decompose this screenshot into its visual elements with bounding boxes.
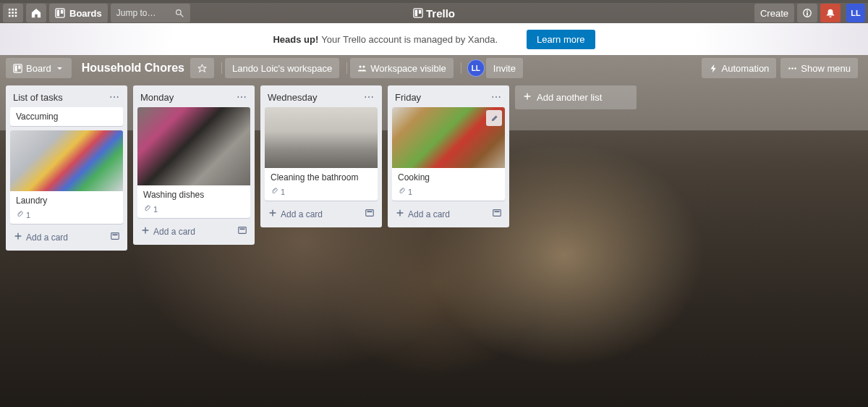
- attachment-icon: [271, 187, 281, 196]
- svg-rect-35: [495, 211, 500, 212]
- add-card-button[interactable]: Add a card: [392, 205, 505, 223]
- list-header[interactable]: List of tasks⋯: [10, 90, 123, 107]
- svg-point-26: [792, 67, 793, 69]
- home-icon[interactable]: [26, 4, 46, 22]
- edit-card-icon[interactable]: [486, 110, 502, 126]
- add-card-label: Add a card: [281, 209, 323, 219]
- notification-icon[interactable]: [820, 4, 841, 22]
- card[interactable]: Laundry1: [10, 130, 123, 224]
- board-view-button[interactable]: Board: [6, 58, 72, 78]
- learn-more-button[interactable]: Learn more: [527, 30, 595, 49]
- svg-rect-32: [366, 210, 374, 217]
- add-card-button[interactable]: Add a card: [265, 205, 378, 223]
- list-menu-icon[interactable]: ⋯: [109, 91, 120, 103]
- list-header[interactable]: Friday⋯: [392, 90, 505, 107]
- boardbar-right: Automation Show menu: [702, 58, 862, 78]
- board-canvas[interactable]: List of tasks⋯VaccumingLaundry1Add a car…: [0, 81, 868, 404]
- card-title: Washing dishes: [137, 185, 250, 204]
- banner-message: Your Trello account is managed by Xanda.: [321, 34, 498, 45]
- svg-rect-33: [367, 211, 373, 212]
- svg-rect-5: [15, 12, 17, 14]
- create-button[interactable]: Create: [754, 4, 794, 22]
- svg-rect-29: [113, 234, 118, 235]
- top-nav: Boards Jump to… Trello Create LL: [0, 0, 868, 23]
- list-title: Friday: [395, 92, 421, 103]
- add-card-label: Add a card: [408, 209, 450, 219]
- board-bar: Board Household Chores Lando Loic's work…: [0, 55, 868, 81]
- list: Friday⋯Cooking1Add a card: [388, 85, 509, 227]
- member-avatar[interactable]: LL: [467, 59, 485, 77]
- svg-rect-30: [239, 227, 247, 234]
- list-header[interactable]: Wednesday⋯: [265, 90, 378, 107]
- list-header[interactable]: Monday⋯: [137, 90, 250, 107]
- card[interactable]: Cleaning the bathroom1: [265, 107, 378, 201]
- attachment-icon: [143, 204, 153, 214]
- card-title: Laundry: [10, 191, 123, 210]
- divider: [221, 62, 222, 74]
- card-composer-input[interactable]: Vaccuming: [10, 107, 123, 126]
- template-icon[interactable]: [365, 208, 375, 220]
- svg-line-13: [180, 14, 183, 17]
- visibility-button[interactable]: Workspace visible: [350, 58, 454, 78]
- card-title: Cleaning the bathroom: [265, 168, 378, 187]
- search-icon: [175, 9, 184, 18]
- card-badges: 1: [265, 187, 378, 201]
- add-card-button[interactable]: Add a card: [10, 228, 123, 246]
- workspace-button[interactable]: Lando Loic's workspace: [225, 58, 339, 78]
- trello-icon: [413, 8, 423, 18]
- board-icon: [13, 64, 22, 73]
- list: Wednesday⋯Cleaning the bathroom1Add a ca…: [260, 85, 382, 227]
- svg-rect-34: [493, 210, 501, 217]
- apps-icon[interactable]: [3, 4, 23, 22]
- add-card-label: Add a card: [153, 227, 195, 237]
- avatar[interactable]: LL: [846, 4, 865, 22]
- template-icon[interactable]: [492, 208, 502, 220]
- svg-rect-21: [14, 65, 17, 71]
- divider: [346, 62, 347, 74]
- attachment-count: 1: [153, 205, 158, 214]
- boards-nav-button[interactable]: Boards: [49, 4, 108, 22]
- list-menu-icon[interactable]: ⋯: [491, 91, 502, 103]
- card-cover: [10, 130, 123, 191]
- search-input[interactable]: Jump to…: [111, 4, 190, 22]
- info-icon[interactable]: [797, 4, 817, 22]
- svg-rect-15: [415, 10, 418, 17]
- svg-rect-0: [9, 9, 11, 11]
- svg-rect-11: [61, 10, 64, 14]
- chevron-down-icon: [55, 64, 64, 73]
- svg-rect-1: [12, 9, 14, 11]
- add-card-button[interactable]: Add a card: [137, 222, 250, 240]
- list-title: List of tasks: [13, 92, 63, 103]
- attachment-icon: [16, 210, 26, 219]
- card[interactable]: Washing dishes1: [137, 107, 250, 218]
- svg-point-23: [359, 65, 362, 67]
- svg-point-27: [795, 67, 796, 69]
- show-menu-button[interactable]: Show menu: [780, 58, 858, 78]
- plus-icon: [13, 231, 26, 243]
- svg-rect-19: [807, 11, 808, 12]
- board-icon: [55, 8, 65, 18]
- list-title: Monday: [140, 92, 174, 103]
- add-list-button[interactable]: Add another list: [515, 85, 637, 109]
- board-title[interactable]: Household Chores: [82, 62, 184, 75]
- list-title: Wednesday: [268, 92, 317, 103]
- avatar-initials: LL: [851, 9, 860, 17]
- attachment-count: 1: [281, 188, 285, 196]
- automation-button[interactable]: Automation: [702, 58, 777, 78]
- svg-rect-10: [57, 10, 60, 17]
- list-menu-icon[interactable]: ⋯: [237, 91, 247, 103]
- list: List of tasks⋯VaccumingLaundry1Add a car…: [6, 85, 127, 251]
- invite-button[interactable]: Invite: [486, 58, 523, 78]
- attachment-icon: [398, 187, 408, 196]
- template-icon[interactable]: [110, 231, 120, 243]
- board-view-label: Board: [26, 63, 51, 74]
- list-menu-icon[interactable]: ⋯: [364, 91, 375, 103]
- template-icon[interactable]: [237, 225, 247, 238]
- card-title: Cooking: [392, 168, 505, 187]
- brand-logo[interactable]: Trello: [413, 7, 455, 20]
- search-placeholder: Jump to…: [116, 8, 156, 18]
- card[interactable]: Cooking1: [392, 107, 505, 201]
- banner-heading: Heads up!: [273, 34, 318, 45]
- star-button[interactable]: [190, 58, 214, 78]
- plus-icon: [140, 225, 153, 238]
